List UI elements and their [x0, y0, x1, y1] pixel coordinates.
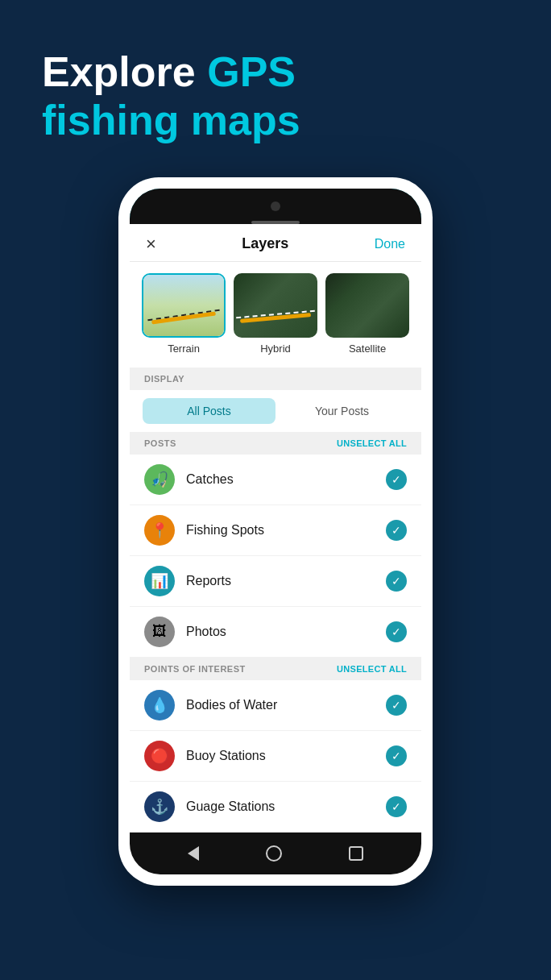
buoy-stations-icon: 🔴	[144, 741, 175, 771]
sheet-title: Layers	[242, 235, 288, 252]
hero-gps: GPS	[207, 48, 296, 95]
terrain-thumb	[142, 273, 226, 338]
terrain-label: Terrain	[168, 343, 200, 355]
toggle-all-posts[interactable]: All Posts	[143, 398, 276, 424]
photos-check: ✓	[386, 621, 407, 642]
poi-label-text: POINTS OF INTEREST	[144, 664, 246, 674]
posts-unselect-all[interactable]: UNSELECT ALL	[337, 438, 407, 448]
poi-section-label: POINTS OF INTEREST UNSELECT ALL	[130, 658, 421, 680]
posts-section-label: POSTS UNSELECT ALL	[130, 432, 421, 455]
hybrid-label: Hybrid	[260, 343, 291, 355]
catches-icon: 🎣	[144, 464, 175, 495]
buoy-stations-label: Buoy Stations	[186, 749, 375, 763]
screen-content: × Layers Done Terrain	[130, 224, 421, 833]
photos-label: Photos	[186, 625, 375, 639]
done-button[interactable]: Done	[375, 237, 405, 251]
bodies-of-water-label: Bodies of Water	[186, 698, 375, 712]
close-button[interactable]: ×	[146, 235, 156, 253]
photos-icon: 🖼	[144, 617, 175, 647]
guage-stations-icon: ⚓	[144, 791, 175, 822]
sheet-header: × Layers Done	[130, 224, 421, 262]
hero-line2: fishing maps	[42, 97, 509, 145]
phone-frame: × Layers Done Terrain	[118, 177, 433, 886]
buoy-stations-check: ✓	[386, 745, 407, 766]
fishing-spots-label: Fishing Spots	[186, 523, 375, 538]
nav-home-button[interactable]	[266, 845, 282, 862]
satellite-label: Satellite	[349, 343, 386, 355]
bodies-of-water-icon: 💧	[144, 690, 175, 720]
map-type-selector: Terrain Hybrid	[130, 262, 421, 368]
reports-item[interactable]: 📊 Reports ✓	[130, 556, 421, 607]
phone-screen: × Layers Done Terrain	[130, 189, 421, 874]
catches-check: ✓	[386, 469, 407, 490]
poi-unselect-all[interactable]: UNSELECT ALL	[337, 664, 407, 674]
guage-stations-check: ✓	[386, 796, 407, 817]
status-line	[251, 221, 300, 224]
buoy-stations-item[interactable]: 🔴 Buoy Stations ✓	[130, 731, 421, 782]
hybrid-thumb	[234, 273, 317, 338]
bodies-of-water-check: ✓	[386, 695, 407, 716]
display-section-label: DISPLAY	[130, 368, 421, 390]
reports-icon: 📊	[144, 566, 175, 596]
display-label-text: DISPLAY	[144, 374, 184, 384]
reports-label: Reports	[186, 574, 375, 588]
nav-back-button[interactable]	[188, 846, 199, 861]
bodies-of-water-item[interactable]: 💧 Bodies of Water ✓	[130, 680, 421, 731]
fishing-spots-icon: 📍	[144, 515, 175, 546]
satellite-thumb	[325, 273, 409, 338]
hero-explore: Explore	[42, 48, 207, 95]
fishing-spots-item[interactable]: 📍 Fishing Spots ✓	[130, 505, 421, 556]
map-type-hybrid[interactable]: Hybrid	[234, 273, 317, 355]
camera-notch	[271, 201, 280, 211]
nav-recent-button[interactable]	[349, 846, 363, 861]
catches-item[interactable]: 🎣 Catches ✓	[130, 455, 421, 505]
catches-label: Catches	[186, 472, 375, 487]
fishing-spots-check: ✓	[386, 520, 407, 541]
photos-item[interactable]: 🖼 Photos ✓	[130, 607, 421, 658]
guage-stations-item[interactable]: ⚓ Guage Stations ✓	[130, 782, 421, 833]
phone-nav-bar	[130, 833, 421, 874]
map-type-satellite[interactable]: Satellite	[325, 273, 409, 355]
guage-stations-label: Guage Stations	[186, 799, 375, 814]
posts-label-text: POSTS	[144, 438, 176, 448]
toggle-your-posts[interactable]: Your Posts	[276, 398, 408, 424]
posts-toggle: All Posts Your Posts	[130, 390, 421, 432]
status-bar	[130, 189, 421, 224]
reports-check: ✓	[386, 571, 407, 592]
hero-section: Explore GPS fishing maps	[42, 48, 509, 145]
map-type-terrain[interactable]: Terrain	[142, 273, 226, 355]
hero-line1: Explore GPS	[42, 48, 509, 97]
